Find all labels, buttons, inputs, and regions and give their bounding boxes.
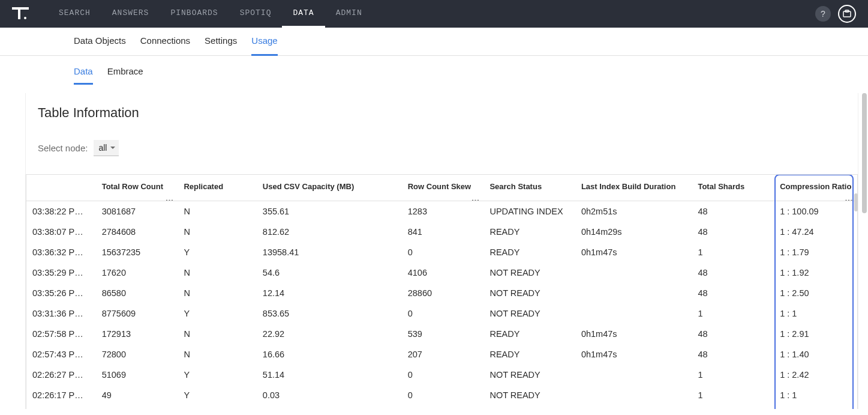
select-node-dropdown[interactable]: all bbox=[94, 140, 119, 156]
cell-skew: 841 bbox=[402, 222, 484, 242]
cell-csv: 12.14 bbox=[257, 283, 402, 303]
col-header-total-row-count[interactable]: Total Row Count… bbox=[96, 175, 178, 201]
cell-time: 03:35:29 P… bbox=[26, 262, 96, 283]
table-row[interactable]: 02:26:17 P…49Y0.030NOT READY11 : 1 bbox=[26, 385, 857, 405]
content-panel: Table Information Select node: all Total… bbox=[25, 93, 858, 409]
profile-avatar[interactable] bbox=[838, 5, 856, 23]
subnav-usage[interactable]: Usage bbox=[251, 28, 277, 56]
brand-logo[interactable] bbox=[12, 0, 36, 28]
usagetab-embrace[interactable]: Embrace bbox=[107, 56, 143, 85]
cell-csv: 51.14 bbox=[257, 365, 402, 385]
cell-csv: 355.61 bbox=[257, 201, 402, 222]
cell-csv: 16.66 bbox=[257, 344, 402, 365]
cell-rowcount: 15637235 bbox=[96, 242, 178, 262]
usage-subnav: DataEmbrace bbox=[0, 56, 868, 85]
subnav-data-objects[interactable]: Data Objects bbox=[74, 28, 126, 56]
col-header-search-status[interactable]: Search Status bbox=[483, 175, 575, 201]
cell-shards: 1 bbox=[692, 303, 774, 324]
cell-time: 03:31:36 P… bbox=[26, 303, 96, 324]
cell-index bbox=[575, 385, 692, 405]
topnav-item-spotiq[interactable]: SPOTIQ bbox=[229, 0, 283, 28]
cell-search: READY bbox=[483, 344, 575, 365]
cell-time: 03:35:26 P… bbox=[26, 283, 96, 303]
cell-csv: 13958.41 bbox=[257, 242, 402, 262]
page-scrollbar[interactable] bbox=[861, 93, 867, 405]
cell-time: 03:36:32 P… bbox=[26, 242, 96, 262]
col-header-replicated[interactable]: Replicated bbox=[178, 175, 256, 201]
table-row[interactable]: 02:26:27 P…51069Y51.140NOT READY11 : 2.4… bbox=[26, 365, 857, 385]
subnav-settings[interactable]: Settings bbox=[205, 28, 237, 56]
data-subnav: Data ObjectsConnectionsSettingsUsage bbox=[0, 28, 868, 56]
usagetab-data[interactable]: Data bbox=[74, 56, 93, 85]
cell-rowcount: 86580 bbox=[96, 283, 178, 303]
column-menu-icon[interactable]: … bbox=[471, 196, 480, 200]
cell-search: READY bbox=[483, 324, 575, 344]
cell-rowcount: 17620 bbox=[96, 262, 178, 283]
cell-index: 0h14m29s bbox=[575, 222, 692, 242]
col-header-compression-ratio[interactable]: Compression Ratio… bbox=[774, 175, 857, 201]
cell-index bbox=[575, 283, 692, 303]
cell-ratio: 1 : 1.40 bbox=[774, 344, 857, 365]
col-header-row-count-skew[interactable]: Row Count Skew… bbox=[402, 175, 484, 201]
svg-rect-1 bbox=[18, 7, 20, 19]
table-row[interactable]: 03:31:36 P…8775609Y853.650NOT READY11 : … bbox=[26, 303, 857, 324]
subnav-connections[interactable]: Connections bbox=[140, 28, 190, 56]
cell-ratio: 1 : 100.09 bbox=[774, 201, 857, 222]
table-row[interactable]: 02:57:58 P…172913N22.92539READY0h1m47s48… bbox=[26, 324, 857, 344]
cell-time: 02:57:58 P… bbox=[26, 324, 96, 344]
cell-index bbox=[575, 262, 692, 283]
cell-replicated: N bbox=[178, 201, 256, 222]
cell-rowcount: 172913 bbox=[96, 324, 178, 344]
cell-search: UPDATING INDEX bbox=[483, 201, 575, 222]
cell-shards: 48 bbox=[692, 201, 774, 222]
table-row[interactable]: 03:36:32 P…15637235Y13958.410READY0h1m47… bbox=[26, 242, 857, 262]
table-scrollbar-thumb[interactable] bbox=[854, 193, 858, 211]
cell-index: 0h1m47s bbox=[575, 344, 692, 365]
cell-shards: 1 bbox=[692, 242, 774, 262]
topnav-item-admin[interactable]: ADMIN bbox=[325, 0, 373, 28]
cell-search: NOT READY bbox=[483, 262, 575, 283]
cell-rowcount: 3081687 bbox=[96, 201, 178, 222]
cell-search: NOT READY bbox=[483, 385, 575, 405]
cell-replicated: N bbox=[178, 222, 256, 242]
cell-time: 03:38:22 P… bbox=[26, 201, 96, 222]
table-row[interactable]: 03:38:07 P…2784608N812.62841READY0h14m29… bbox=[26, 222, 857, 242]
col-header-used-csv-capacity-mb-[interactable]: Used CSV Capacity (MB) bbox=[257, 175, 402, 201]
cell-skew: 0 bbox=[402, 385, 484, 405]
topnav-item-answers[interactable]: ANSWERS bbox=[101, 0, 160, 28]
select-node-label: Select node: bbox=[38, 143, 88, 153]
cell-shards: 48 bbox=[692, 324, 774, 344]
column-menu-icon[interactable]: … bbox=[845, 196, 854, 200]
column-menu-icon[interactable]: … bbox=[165, 196, 174, 200]
page-scrollbar-thumb[interactable] bbox=[862, 93, 867, 213]
cell-rowcount: 72800 bbox=[96, 344, 178, 365]
cell-replicated: N bbox=[178, 344, 256, 365]
top-nav: SEARCHANSWERSPINBOARDSSPOTIQDATAADMIN ? bbox=[0, 0, 868, 28]
cell-skew: 1283 bbox=[402, 201, 484, 222]
help-icon[interactable]: ? bbox=[815, 6, 831, 22]
topnav-item-data[interactable]: DATA bbox=[282, 0, 325, 28]
cell-time: 03:38:07 P… bbox=[26, 222, 96, 242]
cell-skew: 0 bbox=[402, 365, 484, 385]
topnav-item-pinboards[interactable]: PINBOARDS bbox=[160, 0, 229, 28]
cell-rowcount: 2784608 bbox=[96, 222, 178, 242]
cell-search: NOT READY bbox=[483, 303, 575, 324]
col-header-last-index-build-duration[interactable]: Last Index Build Duration bbox=[575, 175, 692, 201]
cell-ratio: 1 : 2.50 bbox=[774, 283, 857, 303]
svg-point-2 bbox=[24, 17, 26, 19]
cell-index bbox=[575, 365, 692, 385]
col-header-total-shards[interactable]: Total Shards bbox=[692, 175, 774, 201]
topnav-item-search[interactable]: SEARCH bbox=[48, 0, 101, 28]
cell-ratio: 1 : 2.91 bbox=[774, 324, 857, 344]
cell-csv: 54.6 bbox=[257, 262, 402, 283]
cell-index: 0h1m47s bbox=[575, 242, 692, 262]
cell-csv: 22.92 bbox=[257, 324, 402, 344]
cell-csv: 0.03 bbox=[257, 385, 402, 405]
cell-ratio: 1 : 1 bbox=[774, 385, 857, 405]
cell-skew: 207 bbox=[402, 344, 484, 365]
table-row[interactable]: 03:35:29 P…17620N54.64106NOT READY481 : … bbox=[26, 262, 857, 283]
table-row[interactable]: 03:35:26 P…86580N12.1428860NOT READY481 … bbox=[26, 283, 857, 303]
table-row[interactable]: 03:38:22 P…3081687N355.611283UPDATING IN… bbox=[26, 201, 857, 222]
col-header-time[interactable] bbox=[26, 175, 96, 201]
table-row[interactable]: 02:57:43 P…72800N16.66207READY0h1m47s481… bbox=[26, 344, 857, 365]
